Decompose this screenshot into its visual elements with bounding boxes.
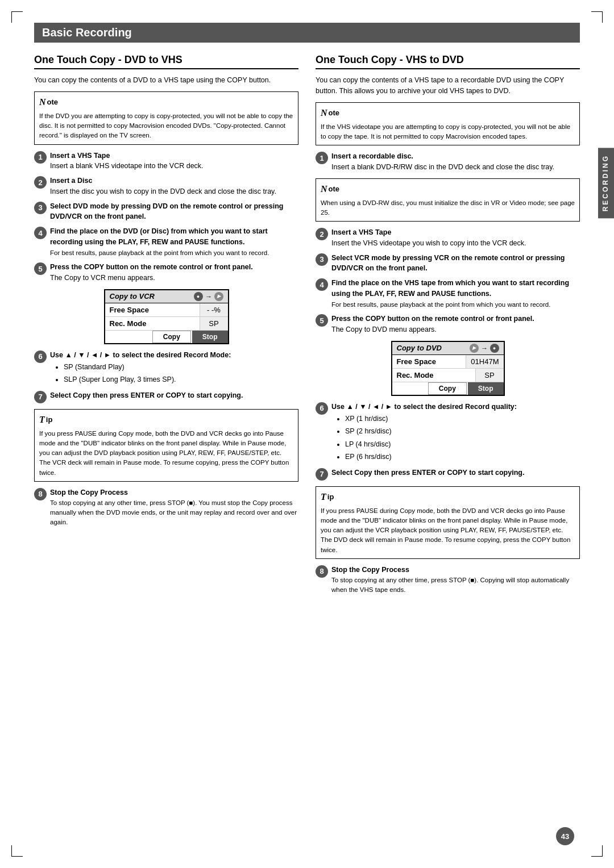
menu-dvd-icons: ▶ → ● xyxy=(470,344,499,353)
right-tip-title: T ip xyxy=(321,490,575,504)
right-column: One Touch Copy - VHS to DVD You can copy… xyxy=(316,54,580,599)
right-step-6: 6 Use ▲ / ▼ / ◄ / ► to select the desire… xyxy=(316,402,580,464)
right-note-1: N ote If the VHS videotape you are attem… xyxy=(316,102,580,146)
right-step-2-title: Insert a VHS Tape xyxy=(331,228,391,236)
left-step-3-content: Select DVD mode by pressing DVD on the r… xyxy=(50,201,298,223)
copy-button-vcr[interactable]: Copy xyxy=(152,331,191,343)
left-step-4-num: 4 xyxy=(34,227,47,239)
right-section-heading: One Touch Copy - VHS to DVD xyxy=(316,54,580,69)
right-tip-text: If you press PAUSE during Copy mode, bot… xyxy=(321,506,575,555)
circle-icon: ● xyxy=(194,292,203,301)
bullet-ep: EP (6 hrs/disc) xyxy=(345,450,580,464)
menu-dvd-freespace-row: Free Space 01H47M xyxy=(392,355,504,369)
menu-dvd-freespace-value: 01H47M xyxy=(466,355,503,368)
right-step-7-content: Select Copy then press ENTER or COPY to … xyxy=(331,468,580,478)
right-intro: You can copy the contents of a VHS tape … xyxy=(316,75,580,97)
left-step-6: 6 Use ▲ / ▼ / ◄ / ► to select the desire… xyxy=(34,350,298,386)
bullet-sp: SP (Standard Play) xyxy=(64,361,298,374)
left-step-7-title: Select Copy then press ENTER or COPY to … xyxy=(50,391,243,399)
right-step-3-num: 3 xyxy=(316,253,328,266)
left-step-5-content: Press the COPY button on the remote cont… xyxy=(50,262,298,283)
right-step-4: 4 Find the place on the VHS tape from wh… xyxy=(316,278,580,310)
right-step-5-num: 5 xyxy=(316,314,328,327)
copy-to-vcr-menu: Copy to VCR ● → ▶ Free Space - -% Rec. M… xyxy=(104,289,229,344)
left-note-1-text: If the DVD you are attempting to copy is… xyxy=(39,111,293,141)
bullet-xp: XP (1 hr/disc) xyxy=(345,412,580,425)
right-note-1-text: If the VHS videotape you are attempting … xyxy=(321,122,575,142)
right-step-3: 3 Select VCR mode by pressing VCR on the… xyxy=(316,253,580,274)
tip-t-icon: T xyxy=(39,413,45,427)
left-step-5-num: 5 xyxy=(34,262,47,275)
right-step-7-num: 7 xyxy=(316,468,328,481)
right-step-1-title: Insert a recordable disc. xyxy=(331,152,413,160)
left-step-4: 4 Find the place on the DVD (or Disc) fr… xyxy=(34,226,298,258)
tip-t-icon-r: T xyxy=(321,490,326,504)
menu-vcr-recmode-row: Rec. Mode SP xyxy=(105,317,228,331)
right-step-4-detail: For best results, pause playback at the … xyxy=(331,301,550,308)
right-note-1-title: N ote xyxy=(321,106,575,120)
bullet-slp: SLP (Super Long Play, 3 times SP). xyxy=(64,373,298,386)
left-step-3-num: 3 xyxy=(34,202,47,214)
left-step-2-detail: Insert the disc you wish to copy in the … xyxy=(50,187,276,195)
left-step-3-title: Select DVD mode by pressing DVD on the r… xyxy=(50,202,284,221)
menu-vcr-freespace-row: Free Space - -% xyxy=(105,303,228,317)
left-step-4-detail: For best results, pause playback at the … xyxy=(50,249,269,256)
menu-vcr-freespace-value: - -% xyxy=(200,303,228,316)
right-step-6-title: Use ▲ / ▼ / ◄ / ► to select the desired … xyxy=(331,403,517,411)
dvd-circle-icon: ● xyxy=(490,344,499,353)
corner-mark-tr xyxy=(591,11,603,23)
menu-vcr-icons: ● → ▶ xyxy=(194,292,223,301)
recording-tab: RECORDING xyxy=(598,148,614,218)
stop-button-dvd[interactable]: Stop xyxy=(468,382,504,395)
rec-icon: ▶ xyxy=(214,292,223,301)
right-step-3-content: Select VCR mode by pressing VCR on the r… xyxy=(331,253,580,274)
left-note-1-title: N ote xyxy=(39,95,293,109)
left-tip-box: T ip If you press PAUSE during Copy mode… xyxy=(34,409,298,482)
menu-dvd-buttons: Copy Stop xyxy=(392,382,504,395)
right-step-8-detail: To stop copying at any other time, press… xyxy=(331,575,580,595)
tip-ip-label-r: ip xyxy=(327,491,334,503)
page-number: 43 xyxy=(556,827,574,845)
right-step-7-title: Select Copy then press ENTER or COPY to … xyxy=(331,469,524,477)
menu-dvd-recmode-value: SP xyxy=(475,369,504,382)
left-step-6-content: Use ▲ / ▼ / ◄ / ► to select the desired … xyxy=(50,350,298,386)
arrow-icon: → xyxy=(205,293,212,301)
left-step-6-title: Use ▲ / ▼ / ◄ / ► to select the desired … xyxy=(50,351,231,359)
left-step-1-title: Insert a VHS Tape xyxy=(50,152,110,160)
menu-dvd-recmode-label: Rec. Mode xyxy=(392,369,475,382)
right-step-7: 7 Select Copy then press ENTER or COPY t… xyxy=(316,468,580,481)
stop-button-vcr[interactable]: Stop xyxy=(192,331,228,343)
right-step-6-bullets: XP (1 hr/disc) SP (2 hrs/disc) LP (4 hrs… xyxy=(337,412,580,464)
left-step-5: 5 Press the COPY button on the remote co… xyxy=(34,262,298,283)
right-note-2: N ote When using a DVD-RW disc, you must… xyxy=(316,178,580,222)
left-step-2-num: 2 xyxy=(34,176,47,189)
note-ote-label-r2: ote xyxy=(329,183,340,195)
right-note-2-title: N ote xyxy=(321,182,575,196)
right-step-1: 1 Insert a recordable disc. Insert a bla… xyxy=(316,151,580,173)
left-step-7-content: Select Copy then press ENTER or COPY to … xyxy=(50,390,298,401)
bullet-sp: SP (2 hrs/disc) xyxy=(345,425,580,438)
page-title: Basic Recording xyxy=(34,23,580,43)
left-step-8-num: 8 xyxy=(34,488,47,500)
menu-vcr-buttons: Copy Stop xyxy=(105,331,228,343)
left-section-heading: One Touch Copy - DVD to VHS xyxy=(34,54,298,69)
right-step-4-num: 4 xyxy=(316,278,328,291)
left-step-6-bullets: SP (Standard Play) SLP (Super Long Play,… xyxy=(56,361,298,386)
menu-dvd-title: Copy to DVD xyxy=(397,344,442,352)
note-n-icon-r: N xyxy=(321,106,327,120)
menu-vcr-title-row: Copy to VCR ● → ▶ xyxy=(105,290,228,303)
left-step-1-num: 1 xyxy=(34,151,47,164)
right-step-2-detail: Insert the VHS videotape you wish to cop… xyxy=(331,239,526,247)
menu-dvd-freespace-label: Free Space xyxy=(392,355,466,368)
left-step-2-title: Insert a Disc xyxy=(50,177,92,185)
right-step-6-num: 6 xyxy=(316,402,328,415)
tip-ip-label: ip xyxy=(46,414,53,425)
dvd-arrow-icon: → xyxy=(481,344,488,352)
bullet-lp: LP (4 hrs/disc) xyxy=(345,438,580,451)
right-step-5: 5 Press the COPY button on the remote co… xyxy=(316,314,580,335)
right-step-8-title: Stop the Copy Process xyxy=(331,566,409,574)
left-step-2: 2 Insert a Disc Insert the disc you wish… xyxy=(34,176,298,197)
right-step-6-content: Use ▲ / ▼ / ◄ / ► to select the desired … xyxy=(331,402,580,464)
copy-button-dvd[interactable]: Copy xyxy=(428,382,467,395)
right-step-2-num: 2 xyxy=(316,228,328,240)
